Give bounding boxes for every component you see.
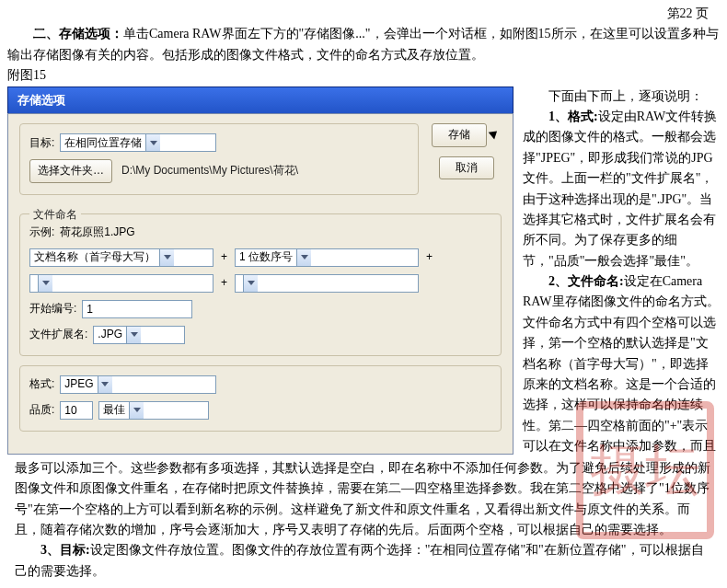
- ext-combo[interactable]: .JPG: [93, 326, 185, 344]
- start-num-input[interactable]: 1: [82, 300, 192, 318]
- format-combo[interactable]: JPEG: [60, 375, 216, 394]
- target-location-value: 在相同位置存储: [61, 134, 145, 152]
- save-options-dialog: 存储选项 存储 取消 目标: 在相同位置存储: [7, 86, 514, 455]
- chevron-down-icon[interactable]: [129, 402, 144, 419]
- target-fieldset: 目标: 在相同位置存储 选择文件夹… D:\My Documents\My Pi…: [19, 123, 419, 194]
- p3-paragraph: 3、目标:设定图像文件存放位置。图像文件的存放位置有两个选择："在相同位置存储"…: [7, 540, 720, 582]
- chevron-down-icon[interactable]: [98, 376, 112, 393]
- name-slot-3-combo[interactable]: [29, 274, 213, 293]
- example-label: 示例:: [29, 224, 54, 241]
- chevron-down-icon[interactable]: [159, 249, 174, 266]
- format-label: 格式:: [29, 375, 54, 393]
- format-fieldset: 格式: JPEG 品质: 10 最佳: [19, 365, 502, 432]
- intro-paragraph: 二、存储选项：单击Camera RAW界面左下方的"存储图像..."，会弹出一个…: [0, 24, 727, 65]
- target-location-combo[interactable]: 在相同位置存储: [60, 133, 216, 152]
- example-value: 荷花原照1.JPG: [60, 224, 134, 241]
- plus-icon: +: [219, 248, 229, 266]
- page-number: 第22 页: [0, 0, 727, 24]
- ext-label: 文件扩展名:: [29, 326, 87, 343]
- quality-num-input[interactable]: 10: [60, 401, 93, 420]
- chevron-down-icon[interactable]: [126, 327, 141, 343]
- quality-text-combo[interactable]: 最佳: [98, 401, 209, 420]
- target-label: 目标:: [29, 134, 54, 152]
- select-folder-button[interactable]: 选择文件夹…: [29, 159, 112, 182]
- chevron-down-icon[interactable]: [38, 275, 52, 292]
- start-num-label: 开始编号:: [29, 300, 76, 317]
- continuation-paragraph: 最多可以添加三个。这些参数都有多项选择，其默认选择是空白，即在名称中不添加任何参…: [7, 458, 720, 541]
- chevron-down-icon[interactable]: [145, 134, 160, 151]
- plus-icon: +: [219, 274, 229, 292]
- plus-icon: +: [424, 248, 434, 266]
- save-button[interactable]: 存储: [432, 123, 487, 146]
- quality-label: 品质:: [29, 401, 54, 419]
- cancel-button[interactable]: 取消: [439, 156, 494, 179]
- name-slot-4-combo[interactable]: [235, 274, 419, 293]
- naming-legend: 文件命名: [29, 206, 81, 224]
- name-slot-1-combo[interactable]: 文档名称（首字母大写）: [29, 248, 213, 267]
- cursor-icon: [490, 129, 502, 142]
- target-path: D:\My Documents\My Pictures\荷花\: [121, 162, 298, 179]
- intro-bold: 二、存储选项：: [33, 27, 123, 40]
- dialog-titlebar: 存储选项: [7, 86, 514, 114]
- chevron-down-icon[interactable]: [296, 249, 311, 266]
- naming-fieldset: 文件命名 示例: 荷花原照1.JPG 文档名称（首字母大写） + 1 位数序号: [19, 213, 502, 356]
- chevron-down-icon[interactable]: [243, 275, 258, 292]
- figure-ref: 附图15: [0, 65, 727, 86]
- name-slot-2-combo[interactable]: 1 位数序号: [235, 248, 419, 267]
